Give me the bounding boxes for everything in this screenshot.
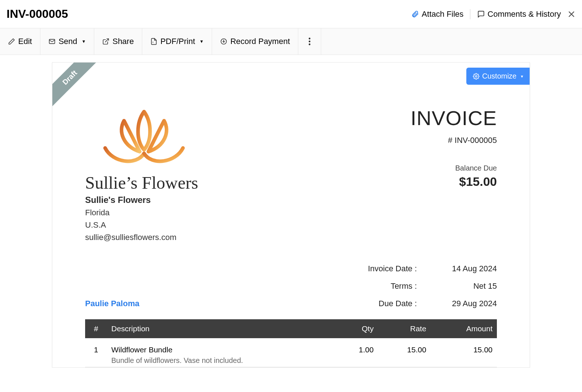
customize-button[interactable]: Customize ▾ xyxy=(466,68,530,85)
due-date-label: Due Date : xyxy=(348,299,417,308)
bill-to-link[interactable]: Paulie Paloma xyxy=(85,299,139,308)
company-name: Sullie's Flowers xyxy=(85,195,198,205)
send-label: Send xyxy=(59,37,77,46)
terms-value: Net 15 xyxy=(439,281,497,291)
cell-description: Wildflower Bundle Bundle of wildflowers.… xyxy=(107,338,334,367)
invoice-date-label: Invoice Date : xyxy=(348,264,417,273)
pencil-icon xyxy=(8,38,15,45)
meta-table: Invoice Date : 14 Aug 2024 Terms : Net 1… xyxy=(348,264,497,308)
attach-files-button[interactable]: Attach Files xyxy=(411,9,463,19)
svg-text:A: A xyxy=(152,41,154,43)
company-region: Florida xyxy=(85,208,198,217)
document-body: Sullie’s Flowers Sullie's Flowers Florid… xyxy=(52,63,530,367)
customize-label: Customize xyxy=(482,72,517,80)
svg-point-7 xyxy=(309,44,311,45)
company-block: Sullie’s Flowers Sullie's Flowers Florid… xyxy=(85,106,198,242)
cell-amount: 15.00 xyxy=(431,338,497,367)
cell-rate: 15.00 xyxy=(378,338,431,367)
more-vertical-icon xyxy=(308,37,311,45)
cell-qty: 1.00 xyxy=(334,338,378,367)
company-country: U.S.A xyxy=(85,220,198,230)
balance-due-amount: $15.00 xyxy=(411,175,497,189)
company-script-name: Sullie’s Flowers xyxy=(85,173,198,193)
toolbar: Edit Send ▼ Share A PDF/Print ▼ Record P… xyxy=(0,28,582,55)
more-button[interactable] xyxy=(298,28,321,55)
attach-files-label: Attach Files xyxy=(422,9,463,19)
invoice-document: Draft Customize ▾ xyxy=(52,62,530,368)
chevron-down-icon: ▾ xyxy=(521,74,523,79)
draft-ribbon: Draft xyxy=(52,63,96,106)
col-rate: Rate xyxy=(378,319,431,338)
table-row: 1 Wildflower Bundle Bundle of wildflower… xyxy=(85,338,497,367)
pdf-print-label: PDF/Print xyxy=(160,37,195,46)
close-icon xyxy=(567,10,575,18)
meta-row: Paulie Paloma Invoice Date : 14 Aug 2024… xyxy=(85,264,497,308)
edit-label: Edit xyxy=(18,37,32,46)
invoice-title-block: INVOICE # INV-000005 Balance Due $15.00 xyxy=(411,106,497,189)
invoice-number: # INV-000005 xyxy=(411,136,497,145)
cell-num: 1 xyxy=(85,338,107,367)
chevron-down-icon: ▼ xyxy=(199,39,204,44)
balance-due-label: Balance Due xyxy=(411,164,497,172)
comment-icon xyxy=(477,10,485,18)
edit-button[interactable]: Edit xyxy=(0,28,40,55)
document-area: Draft Customize ▾ xyxy=(0,55,582,368)
chevron-down-icon: ▼ xyxy=(81,39,86,44)
item-desc: Bundle of wildflowers. Vase not included… xyxy=(111,356,329,365)
terms-label: Terms : xyxy=(348,281,417,291)
svg-point-8 xyxy=(475,75,477,77)
record-payment-button[interactable]: Record Payment xyxy=(212,28,298,55)
send-button[interactable]: Send ▼ xyxy=(40,28,94,55)
company-logo xyxy=(98,106,191,170)
divider xyxy=(470,9,470,19)
record-payment-icon xyxy=(220,38,227,45)
due-date-value: 29 Aug 2024 xyxy=(439,299,497,308)
invoice-date-value: 14 Aug 2024 xyxy=(439,264,497,273)
table-header-row: # Description Qty Rate Amount xyxy=(85,319,497,338)
page-title: INV-000005 xyxy=(7,7,68,21)
svg-point-6 xyxy=(309,41,311,43)
close-button[interactable] xyxy=(567,10,575,18)
col-num: # xyxy=(85,319,107,338)
mail-icon xyxy=(48,38,56,45)
invoice-title: INVOICE xyxy=(411,106,497,130)
col-amount: Amount xyxy=(431,319,497,338)
share-button[interactable]: Share xyxy=(94,28,142,55)
header-actions: Attach Files Comments & History xyxy=(411,9,575,19)
col-description: Description xyxy=(107,319,334,338)
document-header: Sullie’s Flowers Sullie's Flowers Florid… xyxy=(85,106,497,242)
company-email: sullie@sulliesflowers.com xyxy=(85,233,198,242)
record-payment-label: Record Payment xyxy=(230,37,290,46)
comments-history-label: Comments & History xyxy=(487,9,561,19)
draft-ribbon-label: Draft xyxy=(52,63,96,106)
share-label: Share xyxy=(112,37,134,46)
item-name: Wildflower Bundle xyxy=(111,345,329,354)
share-icon xyxy=(102,38,109,45)
svg-point-5 xyxy=(309,38,311,40)
col-qty: Qty xyxy=(334,319,378,338)
line-items-table: # Description Qty Rate Amount 1 Wildflow… xyxy=(85,319,497,367)
page-header: INV-000005 Attach Files Comments & Histo… xyxy=(0,0,582,28)
gear-icon xyxy=(473,73,479,80)
paperclip-icon xyxy=(411,10,419,18)
pdf-icon: A xyxy=(150,38,158,45)
comments-history-button[interactable]: Comments & History xyxy=(477,9,561,19)
pdf-print-button[interactable]: A PDF/Print ▼ xyxy=(142,28,212,55)
